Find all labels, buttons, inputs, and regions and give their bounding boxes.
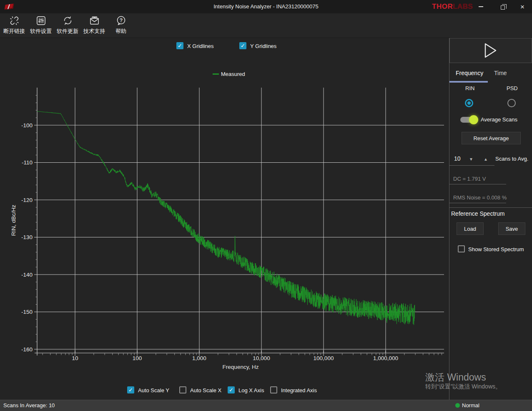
panel-divider bbox=[449, 38, 449, 400]
mail-icon bbox=[89, 15, 100, 26]
psd-radio[interactable] bbox=[507, 99, 516, 107]
auto-scale-y-label: Auto Scale Y bbox=[138, 387, 169, 393]
windows-activation-watermark-line1: 激活 Windows bbox=[425, 371, 486, 384]
reset-average-button[interactable]: Reset Average bbox=[462, 132, 521, 144]
y-tick-label: -160 bbox=[21, 346, 33, 353]
average-scans-toggle[interactable] bbox=[460, 117, 477, 123]
toolbar-item-label: 软件设置 bbox=[30, 28, 52, 35]
toolbar: 断开链接 软件设置 软件更新 技术支持 bbox=[0, 13, 532, 38]
disconnect-button[interactable]: 断开链接 bbox=[1, 13, 28, 38]
spinner-up-icon[interactable]: ▲ bbox=[484, 157, 488, 161]
log-x-axis-checkbox[interactable]: ✓ bbox=[228, 386, 235, 393]
check-icon: ✓ bbox=[128, 387, 133, 393]
help-icon: ? bbox=[115, 15, 127, 26]
x-tick-label: 1,000,000 bbox=[373, 355, 398, 361]
tab-frequency[interactable]: Frequency bbox=[456, 70, 483, 76]
rms-field-underline bbox=[449, 203, 506, 203]
app-window: Intensity Noise Analyzer - INA2312000007… bbox=[0, 0, 532, 411]
spinner-down-icon[interactable]: ▼ bbox=[469, 157, 473, 161]
rin-spectrum-chart[interactable]: 101001,00010,000100,0001,000,000-100-110… bbox=[0, 38, 449, 400]
x-tick-label: 1,000 bbox=[192, 355, 206, 361]
reference-spectrum-divider bbox=[449, 207, 532, 208]
rin-radio[interactable] bbox=[465, 99, 473, 107]
status-normal-icon bbox=[455, 403, 460, 408]
active-tab-indicator bbox=[449, 81, 488, 83]
play-icon bbox=[484, 43, 497, 58]
status-normal-label: Normal bbox=[462, 402, 479, 408]
status-bar: Scans In Average: 10 Normal bbox=[0, 400, 532, 411]
dc-field-underline bbox=[449, 184, 506, 184]
thorlabs-logo: THORLABS bbox=[432, 3, 473, 11]
y-tick-label: -150 bbox=[21, 309, 33, 315]
auto-scale-x-checkbox[interactable] bbox=[179, 386, 186, 393]
reference-spectrum-title: Reference Spectrum bbox=[451, 210, 504, 217]
average-scans-label: Average Scans bbox=[481, 116, 517, 123]
dc-value-field: DC = 1.791 V bbox=[453, 176, 486, 182]
software-update-button[interactable]: 软件更新 bbox=[54, 13, 81, 38]
auto-scale-x-label: Auto Scale X bbox=[190, 387, 221, 393]
toolbar-item-label: 技术支持 bbox=[83, 28, 105, 35]
show-stored-spectrum-checkbox[interactable] bbox=[458, 245, 465, 252]
help-button[interactable]: ? 帮助 bbox=[108, 13, 134, 38]
x-tick-label: 100,000 bbox=[314, 355, 334, 361]
rms-noise-field: RMS Noise = 0.008 % bbox=[453, 194, 507, 201]
scans-to-avg-label: Scans to Avg. bbox=[495, 156, 528, 162]
psd-label: PSD bbox=[507, 85, 518, 91]
tech-support-button[interactable]: 技术支持 bbox=[81, 13, 108, 38]
software-settings-button[interactable]: 软件设置 bbox=[28, 13, 54, 38]
broken-link-icon bbox=[9, 15, 20, 26]
x-tick-label: 10,000 bbox=[253, 355, 270, 361]
start-scan-button[interactable] bbox=[449, 38, 532, 63]
check-icon: ✓ bbox=[229, 387, 233, 393]
save-button[interactable]: Save bbox=[498, 222, 525, 235]
spinner-underline bbox=[449, 165, 494, 166]
y-tick-label: -120 bbox=[21, 197, 33, 203]
y-tick-label: -100 bbox=[21, 122, 33, 129]
y-tick-label: -130 bbox=[21, 234, 33, 240]
x-axis-title: Frequency, Hz bbox=[223, 364, 259, 370]
scans-to-avg-value[interactable]: 10 bbox=[454, 155, 461, 162]
y-tick-label: -140 bbox=[21, 272, 33, 278]
auto-scale-y-checkbox[interactable]: ✓ bbox=[127, 386, 134, 393]
restore-icon bbox=[501, 5, 505, 10]
radio-dot bbox=[467, 101, 471, 105]
x-tick-label: 10 bbox=[72, 355, 78, 361]
title-bar: Intensity Noise Analyzer - INA2312000007… bbox=[0, 0, 532, 13]
integrated-axis-label: Integrated Axis bbox=[281, 387, 317, 393]
close-icon: × bbox=[520, 3, 524, 10]
minimize-button[interactable] bbox=[474, 0, 488, 13]
windows-activation-watermark-line2: 转到“设置”以激活 Windows。 bbox=[425, 383, 501, 391]
scans-in-average-status: Scans In Average: 10 bbox=[3, 402, 55, 408]
toolbar-item-label: 软件更新 bbox=[57, 28, 78, 35]
x-tick-label: 100 bbox=[133, 355, 142, 361]
restore-button[interactable] bbox=[496, 0, 510, 13]
sliders-icon bbox=[35, 15, 47, 26]
y-tick-label: -110 bbox=[22, 159, 33, 166]
toolbar-item-label: 断开链接 bbox=[3, 28, 25, 35]
log-x-axis-label: Log X Axis bbox=[238, 387, 264, 393]
rin-label: RIN bbox=[465, 85, 474, 91]
toolbar-item-label: 帮助 bbox=[115, 28, 126, 35]
measured-trace bbox=[37, 111, 415, 325]
close-button[interactable]: × bbox=[515, 0, 529, 13]
show-stored-spectrum-label: Show Stored Spectrum bbox=[468, 246, 524, 252]
load-button[interactable]: Load bbox=[457, 222, 484, 235]
y-axis-title: RIN, dBc/Hz bbox=[10, 205, 17, 236]
refresh-icon bbox=[62, 15, 73, 26]
minimize-icon bbox=[479, 6, 483, 7]
svg-text:?: ? bbox=[119, 18, 123, 23]
toggle-knob bbox=[469, 115, 478, 124]
integrated-axis-checkbox[interactable] bbox=[270, 386, 277, 393]
tab-time[interactable]: Time bbox=[494, 70, 507, 76]
